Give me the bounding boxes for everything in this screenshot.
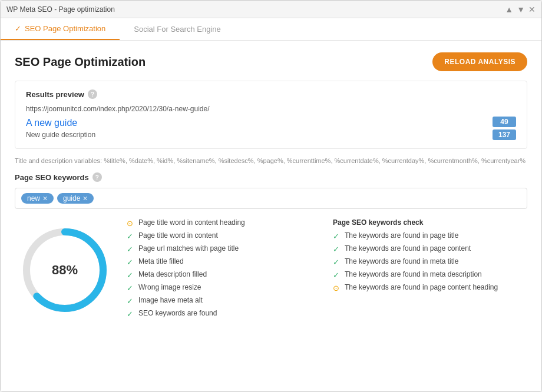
tabs-bar: ✓ SEO Page Optimization Social For Searc… [1, 18, 541, 41]
keywords-input-box[interactable]: new ✕ guide ✕ [15, 188, 527, 209]
window-frame: WP Meta SEO - Page optimization ▲ ▼ ✕ ✓ … [0, 0, 542, 392]
check-right-text-3: The keywords are found in meta descripti… [345, 270, 482, 278]
keywords-section-label: Page SEO keywords ? [15, 172, 527, 182]
main-content: SEO Page Optimization RELOAD ANALYSIS Re… [1, 41, 541, 391]
check-item-5: ✓ Wrong image resize [127, 283, 321, 293]
check-icon-1: ✓ [127, 232, 135, 241]
check-right-item-1: ✓ The keywords are found in page content [333, 244, 527, 254]
tab-seo[interactable]: ✓ SEO Page Optimization [1, 18, 120, 40]
checks-col-right: Page SEO keywords check ✓ The keywords a… [333, 218, 527, 322]
check-right-icon-1: ✓ [333, 245, 341, 254]
reload-analysis-button[interactable]: RELOAD ANALYSIS [432, 52, 527, 71]
checks-columns: ⊙ Page title word in content heading ✓ P… [127, 218, 527, 322]
check-right-icon-2: ✓ [333, 258, 341, 267]
check-item-7: ✓ SEO keywords are found [127, 309, 321, 318]
check-icon-3: ✓ [127, 258, 135, 267]
count-badge-2: 137 [493, 129, 516, 140]
check-icon-7: ✓ [127, 310, 135, 318]
keyword-tag-guide: guide ✕ [57, 193, 94, 204]
check-right-icon-4: ⊙ [333, 284, 341, 293]
check-text-0: Page title word in content heading [138, 218, 245, 227]
check-right-text-4: The keywords are found in page content h… [345, 283, 498, 291]
preview-left: A new guide New guide description [26, 118, 95, 139]
check-text-4: Meta description filled [138, 270, 207, 278]
keywords-help-icon[interactable]: ? [92, 172, 102, 182]
check-text-3: Meta title filled [138, 257, 184, 265]
window-up-icon[interactable]: ▲ [505, 5, 513, 14]
check-item-6: ✓ Image have meta alt [127, 296, 321, 305]
check-text-5: Wrong image resize [138, 283, 201, 291]
check-right-item-3: ✓ The keywords are found in meta descrip… [333, 270, 527, 280]
check-item-2: ✓ Page url matches with page title [127, 244, 321, 254]
window-controls: ▲ ▼ ✕ [505, 5, 536, 14]
analysis-section: 88% ⊙ Page title word in content heading… [15, 218, 527, 322]
check-text-1: Page title word in content [138, 231, 218, 240]
tab-social-label: Social For Search Engine [134, 25, 220, 34]
window-down-icon[interactable]: ▼ [517, 5, 525, 14]
check-text-2: Page url matches with page title [138, 244, 239, 253]
check-icon-4: ✓ [127, 271, 135, 280]
check-icon-2: ✓ [127, 245, 135, 254]
page-title: SEO Page Optimization [15, 55, 146, 69]
check-item-4: ✓ Meta description filled [127, 270, 321, 280]
keyword-tag-new-text: new [27, 194, 40, 202]
results-preview-label: Results preview ? [26, 89, 516, 99]
window-title: WP Meta SEO - Page optimization [6, 5, 115, 14]
count-badge-1: 49 [493, 117, 516, 127]
check-icon-5: ✓ [127, 284, 135, 293]
check-right-item-2: ✓ The keywords are found in meta title [333, 257, 527, 267]
check-text-6: Image have meta alt [138, 296, 203, 304]
keyword-tag-new: new ✕ [21, 193, 54, 204]
check-right-text-1: The keywords are found in page content [345, 244, 471, 253]
preview-url: https://joomunitcd.com/index.php/2020/12… [26, 105, 516, 113]
preview-title-row: A new guide New guide description 49 137 [26, 117, 516, 140]
check-right-text-0: The keywords are found in page title [345, 231, 458, 240]
check-right-icon-0: ✓ [333, 232, 341, 241]
preview-desc: New guide description [26, 131, 95, 139]
check-icon-0: ⊙ [127, 219, 135, 228]
window-close-icon[interactable]: ✕ [528, 5, 536, 14]
tab-seo-check: ✓ [15, 24, 21, 33]
tab-seo-label: SEO Page Optimization [25, 24, 105, 33]
tab-social[interactable]: Social For Search Engine [120, 18, 234, 40]
keyword-tag-guide-remove[interactable]: ✕ [82, 195, 88, 202]
count-badges: 49 137 [493, 117, 516, 140]
check-icon-6: ✓ [127, 297, 135, 305]
checks-right-title: Page SEO keywords check [333, 218, 527, 227]
keyword-tag-guide-text: guide [63, 194, 80, 202]
check-right-item-0: ✓ The keywords are found in page title [333, 231, 527, 241]
check-right-icon-3: ✓ [333, 271, 341, 280]
check-item-0: ⊙ Page title word in content heading [127, 218, 321, 228]
check-item-3: ✓ Meta title filled [127, 257, 321, 267]
results-preview-help-icon[interactable]: ? [88, 89, 97, 99]
page-header: SEO Page Optimization RELOAD ANALYSIS [15, 52, 527, 71]
checks-col-left: ⊙ Page title word in content heading ✓ P… [127, 218, 321, 322]
check-right-text-2: The keywords are found in meta title [345, 257, 458, 265]
variables-text: Title and description variables: %title%… [15, 157, 527, 164]
check-right-item-4: ⊙ The keywords are found in page content… [333, 283, 527, 293]
title-bar: WP Meta SEO - Page optimization ▲ ▼ ✕ [1, 1, 541, 18]
check-item-1: ✓ Page title word in content [127, 231, 321, 241]
results-preview-section: Results preview ? https://joomunitcd.com… [15, 81, 527, 149]
keywords-section: Page SEO keywords ? new ✕ guide ✕ [15, 172, 527, 209]
donut-percent-label: 88% [52, 263, 78, 278]
check-text-7: SEO keywords are found [138, 309, 217, 317]
preview-link[interactable]: A new guide [26, 118, 77, 128]
keyword-tag-new-remove[interactable]: ✕ [42, 195, 48, 202]
donut-chart-container: 88% [15, 218, 115, 322]
